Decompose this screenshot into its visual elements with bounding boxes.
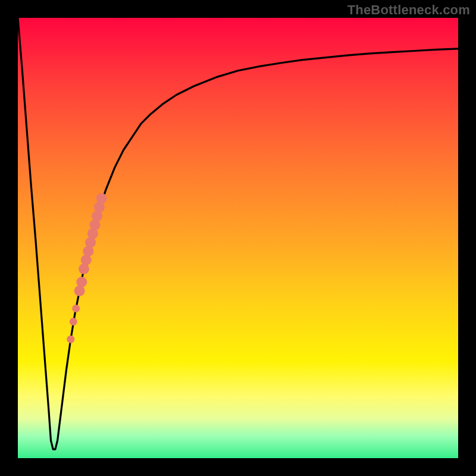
highlight-dot-small <box>72 305 80 312</box>
highlight-markers <box>67 193 107 343</box>
curve-layer <box>18 18 458 458</box>
highlight-dot <box>96 193 107 203</box>
chart-frame: TheBottleneck.com <box>0 0 476 476</box>
highlight-dot-small <box>67 336 74 343</box>
highlight-dot-small <box>70 318 77 325</box>
bottleneck-curve <box>18 18 458 449</box>
plot-area <box>18 18 458 458</box>
watermark-text: TheBottleneck.com <box>347 2 470 18</box>
highlight-dot <box>76 277 87 287</box>
